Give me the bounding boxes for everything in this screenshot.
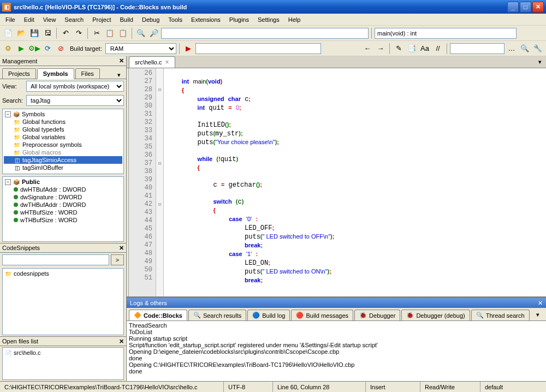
paste-icon[interactable]: 📋	[117, 27, 129, 39]
tree-item[interactable]: tagSimIOBuffer	[22, 164, 63, 171]
tool-icon[interactable]: 🔧	[532, 43, 544, 55]
openfiles-list[interactable]: 📄src\hello.c	[2, 347, 124, 380]
tree-item[interactable]: wTHBufSize : WORD	[20, 217, 78, 223]
save-all-icon[interactable]: 🖫	[41, 27, 54, 39]
status-profile: default	[480, 382, 546, 392]
tab-overflow-icon[interactable]: ▾	[534, 56, 546, 68]
file-icon: 📄	[5, 349, 11, 356]
codesnippets-close-icon[interactable]: ✕	[119, 245, 124, 252]
menu-tools[interactable]: Tools	[164, 15, 187, 25]
menu-view[interactable]: View	[39, 15, 61, 25]
case-icon[interactable]: Aa	[419, 43, 431, 55]
management-close-icon[interactable]: ✕	[119, 57, 124, 64]
open-icon[interactable]: 📂	[15, 27, 27, 39]
build-icon[interactable]: ⚙	[2, 43, 14, 55]
replace-icon[interactable]: 🔎	[148, 27, 160, 39]
search-go-icon[interactable]: 🔍	[519, 43, 531, 55]
tab-close-icon[interactable]: ×	[165, 58, 169, 66]
tree-root[interactable]: codesnippets	[14, 270, 49, 277]
log-tab-codeblocks[interactable]: 🔶Code::Blocks	[129, 310, 187, 320]
search-select[interactable]: tagJtag	[26, 95, 124, 106]
symbols-tree[interactable]: −📦Symbols 📁Global functions 📁Global type…	[2, 109, 124, 174]
code-content[interactable]: int main(void) { unsigned char c; int qu…	[164, 68, 546, 296]
tree-item[interactable]: Preprocessor symbols	[22, 141, 82, 148]
tree-item[interactable]: dwTHBufAddr : DWORD	[20, 201, 86, 208]
nav-fwd-icon[interactable]: →	[375, 43, 387, 55]
codesnippets-search-input[interactable]	[2, 254, 109, 265]
public-root[interactable]: Public	[22, 179, 40, 185]
fold-column[interactable]: ⊟⊟⊟	[156, 68, 164, 296]
log-tab-buildlog[interactable]: 🔵Build log	[247, 310, 290, 320]
nav-back-icon[interactable]: ←	[361, 43, 373, 55]
tab-files[interactable]: Files	[75, 68, 100, 79]
tree-item[interactable]: Global functions	[22, 118, 66, 125]
minimize-button[interactable]: _	[507, 2, 519, 13]
cut-icon[interactable]: ✂	[91, 27, 103, 39]
openfiles-close-icon[interactable]: ✕	[119, 338, 124, 345]
menu-search[interactable]: Search	[60, 15, 88, 25]
save-icon[interactable]: 💾	[28, 27, 40, 39]
list-item[interactable]: src\hello.c	[14, 349, 41, 356]
log-tab-debugger[interactable]: 🐞Debugger	[354, 310, 400, 320]
tab-symbols[interactable]: Symbols	[37, 68, 74, 79]
log-tab-threadsearch[interactable]: 🔍Thread search	[471, 310, 530, 320]
logs-body[interactable]: ThreadSearch ToDoList Running startup sc…	[127, 321, 546, 381]
build-target-select[interactable]: RAM	[105, 43, 176, 54]
menu-edit[interactable]: Edit	[20, 15, 39, 25]
find-input[interactable]	[450, 43, 505, 54]
search-icon: 🔍	[193, 312, 201, 319]
menu-help[interactable]: Help	[284, 15, 305, 25]
redo-icon[interactable]: ↷	[73, 27, 85, 39]
log-tab-buildmsg[interactable]: 🔴Build messages	[291, 310, 353, 320]
find-icon[interactable]: 🔍	[135, 27, 147, 39]
find-options-icon[interactable]: …	[506, 43, 518, 55]
view-select[interactable]: All local symbols (workspace)	[26, 81, 124, 92]
bookmark-icon[interactable]: 📑	[406, 43, 418, 55]
tree-item[interactable]: wHTBufSize : WORD	[20, 209, 78, 216]
tree-item[interactable]: Global typedefs	[22, 126, 64, 133]
menu-file[interactable]: File	[1, 15, 20, 25]
menu-plugins[interactable]: Plugins	[225, 15, 253, 25]
gear-icon: 🔵	[252, 312, 260, 319]
codesnippets-go-button[interactable]: >	[111, 254, 124, 265]
tree-item[interactable]: Global variables	[22, 134, 66, 140]
debug-start-icon[interactable]: ▶	[182, 43, 194, 55]
tree-item-selected[interactable]: tagJtagSimioAccess	[22, 157, 76, 163]
goto-function-input[interactable]	[161, 28, 369, 39]
abort-icon[interactable]: ⊘	[55, 43, 67, 55]
debug-expr-input[interactable]	[195, 43, 321, 54]
collapse-icon[interactable]: −	[5, 179, 11, 185]
codesnippets-tree[interactable]: 📁codesnippets	[2, 268, 124, 335]
rebuild-icon[interactable]: ⟳	[41, 43, 54, 55]
menu-extensions[interactable]: Extensions	[187, 15, 225, 25]
log-tab-search[interactable]: 🔍Search results	[188, 310, 246, 320]
undo-icon[interactable]: ↶	[60, 27, 72, 39]
editor-tab[interactable]: src\hello.c ×	[129, 56, 175, 68]
tab-overflow-icon[interactable]: ▾	[114, 72, 124, 79]
tree-item[interactable]: dwSignature : DWORD	[20, 194, 82, 200]
comment-icon[interactable]: //	[432, 43, 444, 55]
codesnippets-title-text: CodeSnippets	[2, 245, 40, 251]
run-icon[interactable]: ▶	[15, 43, 27, 55]
menu-settings[interactable]: Settings	[253, 15, 284, 25]
tree-item[interactable]: dwHTBufAddr : DWORD	[20, 186, 86, 193]
maximize-button[interactable]: □	[520, 2, 531, 13]
folder-icon: 📁	[14, 126, 20, 133]
context-info[interactable]	[375, 28, 517, 39]
tab-overflow-icon[interactable]: ▾	[532, 309, 544, 320]
log-tab-debugger-debug[interactable]: 🐞Debugger (debug)	[401, 310, 470, 320]
tree-root[interactable]: Symbols	[22, 111, 45, 117]
public-tree[interactable]: −📦Public dwHTBufAddr : DWORD dwSignature…	[2, 176, 124, 242]
collapse-icon[interactable]: −	[5, 111, 11, 117]
highlight-icon[interactable]: ✎	[393, 43, 405, 55]
new-file-icon[interactable]: 📄	[2, 27, 14, 39]
menu-build[interactable]: Build	[115, 15, 137, 25]
copy-icon[interactable]: 📋	[104, 27, 116, 39]
build-run-icon[interactable]: ⚙▶	[28, 43, 40, 55]
menu-project[interactable]: Project	[88, 15, 115, 25]
menu-debug[interactable]: Debug	[138, 15, 164, 25]
close-button[interactable]: ✕	[532, 2, 544, 13]
logs-close-icon[interactable]: ✕	[538, 300, 543, 307]
code-editor[interactable]: 2627282930313233343536373839404142434445…	[128, 68, 546, 296]
tab-projects[interactable]: Projects	[2, 68, 36, 79]
